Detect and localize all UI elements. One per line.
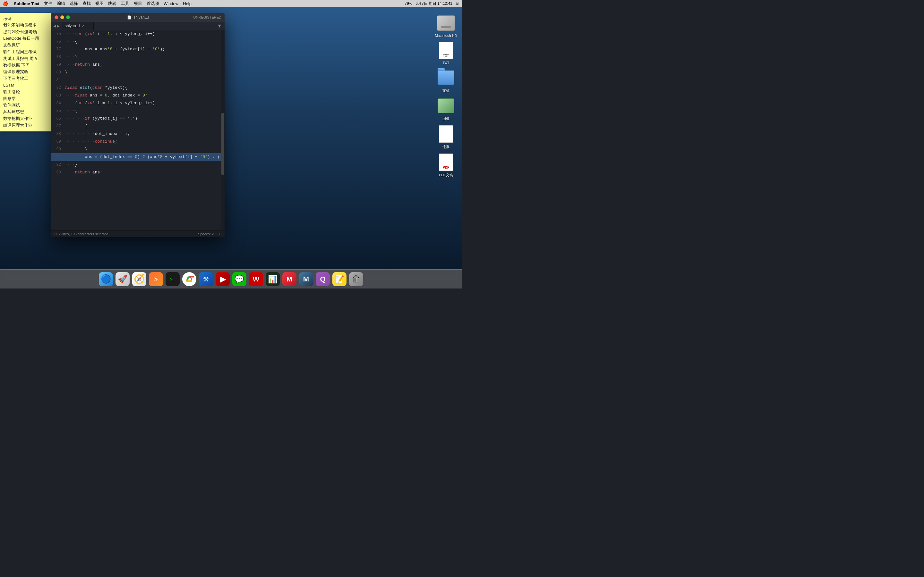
- marvel1-app-icon: M: [286, 275, 292, 284]
- forward-arrow[interactable]: ▶: [57, 24, 60, 28]
- menu-find[interactable]: 查找: [82, 1, 91, 6]
- dock-rocket[interactable]: 🚀: [115, 272, 129, 286]
- sticky-item-7: 数据挖掘 下周: [3, 62, 47, 69]
- sticky-item-6: 测试工具报告 周五: [3, 55, 47, 62]
- desktop-icon-txt[interactable]: TXT: [433, 41, 459, 65]
- wps-app-icon: W: [253, 275, 260, 284]
- rocket-launch-icon: 🚀: [118, 275, 128, 284]
- code-content: 75 ····for (int i = 1; i < yyleng; i++) …: [51, 30, 221, 176]
- desktop-icon-label-wengao: 文稿: [443, 88, 449, 93]
- desktop-icon-wengao[interactable]: 文稿: [433, 68, 459, 93]
- close-button[interactable]: [55, 15, 58, 19]
- maximize-button[interactable]: [66, 15, 70, 19]
- menu-view[interactable]: 视图: [95, 1, 103, 6]
- menu-window[interactable]: Window: [164, 1, 178, 6]
- menubar: 🍎 Sublime Text 文件 编辑 选择 查找 视图 跳转 工具 项目 首…: [0, 0, 462, 7]
- menu-tools[interactable]: 工具: [121, 1, 129, 6]
- dock-finder[interactable]: 🔵: [99, 272, 113, 286]
- back-arrow[interactable]: ◀: [53, 24, 56, 28]
- hdd-icon: [437, 15, 455, 31]
- pdf-icon: [439, 153, 453, 171]
- code-line-92: 92 ····}: [51, 161, 221, 169]
- code-line-86: 86 ········if (yytext[i] == '.'): [51, 115, 221, 122]
- menu-edit[interactable]: 编辑: [57, 1, 65, 6]
- xcode-app-icon: ⚒: [203, 276, 209, 283]
- file-icon: 📄: [127, 15, 132, 19]
- menu-battery: 79%: [405, 1, 412, 6]
- finder-icon: 🔵: [101, 274, 111, 284]
- dock-parallels[interactable]: ▶: [216, 272, 230, 286]
- dock-wps[interactable]: W: [249, 272, 263, 286]
- tab-close-button[interactable]: ✕: [82, 24, 85, 28]
- menu-goto[interactable]: 跳转: [108, 1, 116, 6]
- dock-marvel1[interactable]: M: [282, 272, 296, 286]
- code-line-89: 89 ············continue;: [51, 138, 221, 145]
- tab-bar: ◀ ▶ shiyan1.l ✕ ▼: [51, 22, 225, 30]
- parallels-app-icon: ▶: [220, 275, 226, 284]
- scrollbar[interactable]: [221, 30, 225, 237]
- dock-quicksilver[interactable]: Q: [316, 272, 330, 286]
- code-line-79: 79 ····return ans;: [51, 61, 221, 69]
- code-line-82: 82 float etof(char *yytext){: [51, 84, 221, 92]
- desktop-icon-doc[interactable]: 遗嘱: [433, 124, 459, 149]
- desktop-icon-label-image: 图像: [443, 116, 449, 121]
- code-editor[interactable]: 75 ····for (int i = 1; i < yyleng; i++) …: [51, 30, 221, 237]
- unregistered-badge: UNREGISTERED: [194, 15, 221, 19]
- code-line-83: 83 ····float ans = 0, dot_index = 0;: [51, 92, 221, 99]
- menu-select[interactable]: 选择: [69, 1, 78, 6]
- desktop-icon-image[interactable]: 图像: [433, 96, 459, 121]
- tab-dropdown[interactable]: ▼: [214, 22, 225, 30]
- sticky-item-8: 编译原理实验: [3, 69, 47, 75]
- code-line-85: 85 ····{: [51, 107, 221, 115]
- folder-icon: [438, 71, 454, 85]
- sticky-item-16: 编译原理大作业: [3, 122, 47, 129]
- encoding-indicator[interactable]: C: [219, 232, 221, 236]
- app-name[interactable]: Sublime Text: [14, 1, 39, 6]
- trash-can-icon: 🗑: [352, 274, 360, 284]
- sticky-item-3: LeetCode 每日一题: [3, 35, 47, 42]
- file-type-icon: □: [55, 232, 57, 236]
- tab-label: shiyan1.l: [65, 24, 80, 28]
- sticky-item-2: 提前20分钟进考场: [3, 29, 47, 35]
- code-line-81: 81: [51, 76, 221, 84]
- sticky-item-4: 支教保研: [3, 42, 47, 49]
- desktop-icon-label-txt: TXT: [443, 61, 449, 65]
- code-line-87: 87 ········{: [51, 122, 221, 130]
- dock-monitor[interactable]: 📊: [266, 272, 280, 286]
- desktop-icon-macintosh-hd[interactable]: Macintosh HD: [433, 13, 459, 37]
- desktop-icon-label-pdf: PDF文稿: [439, 173, 453, 177]
- code-line-88: 88 ············dot_index = i;: [51, 130, 221, 138]
- img-folder-icon: [438, 98, 454, 113]
- sticky-item-15: 数据挖掘大作业: [3, 115, 47, 122]
- tab-shiyan[interactable]: shiyan1.l ✕: [61, 22, 94, 30]
- title-bar: 📄 shiyan1.l UNREGISTERED: [51, 13, 225, 22]
- menu-help[interactable]: Help: [183, 1, 192, 6]
- desktop: 考研 我能不能动员很多 提前20分钟进考场 LeetCode 每日一题 支教保研…: [0, 7, 462, 269]
- dock-terminal[interactable]: >_: [166, 272, 180, 286]
- sticky-item-9: 下周三考软工: [3, 75, 47, 82]
- sticky-item-1: 我能不能动员很多: [3, 22, 47, 29]
- menu-all: all: [456, 1, 459, 6]
- dock-notepad[interactable]: 📝: [333, 272, 347, 286]
- menu-file[interactable]: 文件: [44, 1, 52, 6]
- dock-wechat[interactable]: 💬: [232, 272, 246, 286]
- dock-safari[interactable]: 🧭: [132, 272, 146, 286]
- marvel2-app-icon: M: [303, 275, 309, 284]
- dock-trash[interactable]: 🗑: [349, 272, 363, 286]
- apple-menu[interactable]: 🍎: [3, 1, 8, 6]
- dock-marvel2[interactable]: M: [299, 272, 313, 286]
- sticky-item-14: 乒乓球感想: [3, 109, 47, 115]
- desktop-icon-pdf[interactable]: PDF文稿: [433, 153, 459, 177]
- scrollbar-thumb[interactable]: [221, 113, 224, 175]
- desktop-icon-label: Macintosh HD: [435, 34, 457, 37]
- menu-project[interactable]: 项目: [134, 1, 142, 6]
- dock-chrome[interactable]: [182, 272, 196, 286]
- code-line-80: 80 }: [51, 69, 221, 76]
- code-line-77: 77 ········ans = ans*8 + (yytext[i] − '0…: [51, 45, 221, 53]
- spaces-indicator[interactable]: Spaces: 2: [198, 232, 214, 236]
- dock-xcode[interactable]: ⚒: [199, 272, 213, 286]
- dock-sublime[interactable]: S: [149, 272, 163, 286]
- menu-preferences[interactable]: 首选项: [147, 1, 159, 6]
- minimize-button[interactable]: [60, 15, 64, 19]
- sticky-item-12: 图形学: [3, 95, 47, 102]
